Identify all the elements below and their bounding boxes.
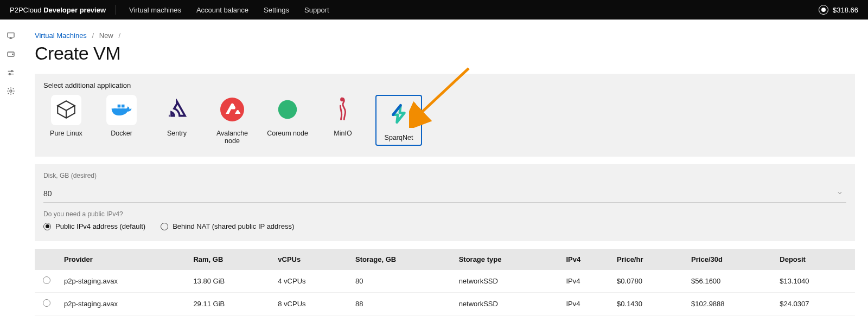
svg-point-5 [10,90,12,92]
app-label: Avalanche node [209,130,255,145]
svg-rect-11 [122,104,125,107]
th-price-hr: Price/hr [611,249,686,270]
page-title: Create VM [35,43,855,64]
app-label: Coreum node [267,130,308,137]
th-storage-type: Storage type [454,249,561,270]
ipv4-question: Do you need a public IPv4? [43,210,846,218]
cell-vcpus: 4 vCPUs [272,270,350,293]
account-balance-pill[interactable]: $318.66 [819,5,858,15]
app-docker[interactable]: Docker [99,95,144,146]
divider [116,5,116,15]
app-label: Docker [111,130,132,137]
brand-suffix: Developer preview [43,6,106,14]
nav-account-balance[interactable]: Account balance [196,6,248,14]
cell-price-30d: $102.9888 [686,293,774,315]
th-deposit: Deposit [774,249,855,270]
app-label: Pure Linux [50,130,82,137]
row-radio-icon[interactable] [43,276,50,284]
coreum-icon [275,97,300,124]
providers-table: Provider Ram, GB vCPUs Storage, GB Stora… [35,249,855,315]
breadcrumb-leaf: New [99,31,113,40]
siderail-gear-icon[interactable] [7,87,15,95]
cell-storage-type: networkSSD [454,270,561,293]
cell-price-hr: $0.1430 [611,293,686,315]
apps-list: Pure Linux Docker Sentry [43,95,846,146]
ipv4-options: Public IPv4 address (default) Behind NAT… [43,222,846,230]
app-minio[interactable]: MinIO [320,95,366,146]
breadcrumb-sep: / [118,31,120,40]
breadcrumb-root[interactable]: Virtual Machines [35,31,87,40]
balance-value: $318.66 [833,6,858,14]
siderail-vm-icon[interactable] [7,31,15,40]
cell-deposit: $13.1040 [774,270,855,293]
nav-support[interactable]: Support [304,6,329,14]
svg-point-2 [12,54,13,54]
cell-storage: 88 [350,293,454,315]
user-circle-icon [819,5,828,15]
th-provider: Provider [59,249,188,270]
app-sentry[interactable]: Sentry [154,95,200,146]
avalanche-icon [219,96,245,124]
cell-ram: 13.80 GiB [188,270,272,293]
nav-virtual-machines[interactable]: Virtual machines [129,6,181,14]
cell-storage: 80 [350,270,454,293]
svg-point-14 [341,98,344,101]
config-panel: Disk, GB (desired) 80 Do you need a publ… [35,164,855,241]
sentry-icon [166,99,188,122]
app-label: MinIO [334,130,352,137]
minio-icon [335,97,351,124]
table-header-row: Provider Ram, GB vCPUs Storage, GB Stora… [35,249,855,270]
svg-point-12 [220,98,244,121]
app-coreum[interactable]: Coreum node [265,95,310,146]
ipv4-option-nat[interactable]: Behind NAT (shared public IP address) [161,222,294,230]
th-storage: Storage, GB [350,249,454,270]
app-sparqnet[interactable]: SparqNet [375,95,422,146]
svg-point-3 [11,70,13,72]
disk-label: Disk, GB (desired) [43,172,846,179]
ipv4-option-public[interactable]: Public IPv4 address (default) [43,222,145,230]
row-radio-icon[interactable] [43,299,50,307]
radio-label: Behind NAT (shared public IP address) [173,222,294,230]
cell-ram: 29.11 GiB [188,293,272,315]
app-pure-linux[interactable]: Pure Linux [43,95,89,146]
cell-ipv4: IPv4 [560,293,611,315]
disk-select[interactable]: 80 [43,185,846,203]
svg-rect-0 [8,33,14,37]
nav-settings[interactable]: Settings [264,6,289,14]
breadcrumb: Virtual Machines / New / [35,31,855,40]
cell-vcpus: 8 vCPUs [272,293,350,315]
table-row[interactable]: p2p-staging.avax 29.11 GiB 8 vCPUs 88 ne… [35,293,855,315]
cell-price-hr: $0.0780 [611,270,686,293]
app-avalanche[interactable]: Avalanche node [209,95,255,146]
svg-rect-10 [118,104,121,107]
box-icon [55,98,78,122]
apps-panel-label: Select additional application [43,81,846,89]
cell-price-30d: $56.1600 [686,270,774,293]
topbar: P2PCloud Developer preview Virtual machi… [0,0,868,20]
cell-deposit: $24.0307 [774,293,855,315]
th-vcpus: vCPUs [272,249,350,270]
app-label: SparqNet [385,134,413,141]
siderail-sliders-icon[interactable] [7,68,15,77]
sparqnet-icon [387,102,410,127]
breadcrumb-sep: / [92,31,94,40]
siderail [0,20,22,316]
table-row[interactable]: p2p-staging.avax 13.80 GiB 4 vCPUs 80 ne… [35,270,855,293]
main: Virtual Machines / New / Create VM Selec… [22,20,868,316]
brand-prefix: P2PCloud [10,6,43,14]
chevron-down-icon [837,190,846,198]
th-price-30d: Price/30d [686,249,774,270]
th-ram: Ram, GB [188,249,272,270]
cell-ipv4: IPv4 [560,270,611,293]
radio-label: Public IPv4 address (default) [55,222,145,230]
th-ipv4: IPv4 [560,249,611,270]
disk-value: 80 [43,189,837,198]
brand[interactable]: P2PCloud Developer preview [10,6,106,14]
siderail-wallet-icon[interactable] [7,50,15,59]
cell-provider: p2p-staging.avax [59,270,188,293]
docker-icon [110,98,133,123]
app-label: Sentry [167,130,187,137]
svg-point-13 [289,107,292,111]
apps-panel: Select additional application Pure Linux… [35,74,855,157]
radio-icon [43,223,51,230]
